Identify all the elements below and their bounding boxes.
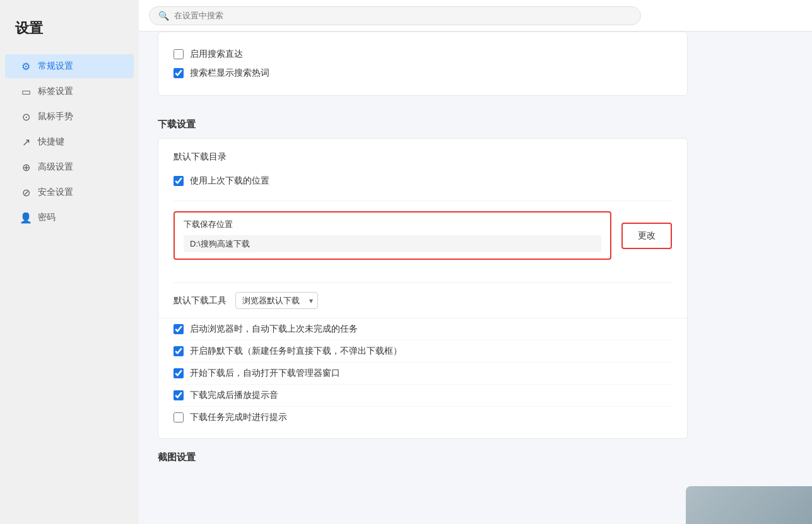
play-sound-label: 下载完成后播放提示音 <box>190 390 278 401</box>
shortcut-icon: ↗ <box>20 136 32 148</box>
search-bar[interactable]: 🔍 <box>149 6 641 25</box>
auto-resume-checkbox[interactable] <box>174 324 184 334</box>
tool-section: 默认下载工具 浏览器默认下载 迅雷 IDM <box>158 282 687 318</box>
silent-dl-checkbox[interactable] <box>174 346 184 356</box>
main-content: 🔍 启用搜索直达 搜索栏显示搜索热词 下载设置 默认下载目录 <box>139 0 812 524</box>
path-box: 下载保存位置 <box>174 211 611 260</box>
advanced-icon: ⊕ <box>20 161 32 173</box>
mouse-icon: ⊙ <box>20 111 32 122</box>
bottom-decoration <box>686 486 812 524</box>
download-section-title: 下载设置 <box>158 106 688 138</box>
dir-label: 默认下载目录 <box>174 151 672 163</box>
sidebar-item-label: 高级设置 <box>38 161 73 173</box>
enable-search-label: 启用搜索直达 <box>190 49 243 60</box>
open-manager-label: 开始下载后，自动打开下载管理器窗口 <box>190 368 340 379</box>
notify-done-label: 下载任务完成时进行提示 <box>190 412 287 423</box>
use-last-label: 使用上次下载的位置 <box>190 175 269 187</box>
search-bar-container: 🔍 <box>139 0 812 32</box>
download-card: 默认下载目录 使用上次下载的位置 下载保存位置 更改 <box>158 138 688 439</box>
sidebar-item-mouse[interactable]: ⊙ 鼠标手势 <box>5 105 134 129</box>
notify-done-checkbox[interactable] <box>174 412 184 422</box>
sidebar-item-advanced[interactable]: ⊕ 高级设置 <box>5 155 134 179</box>
sidebar-item-label: 鼠标手势 <box>38 111 73 122</box>
sidebar-item-shortcuts[interactable]: ↗ 快捷键 <box>5 130 134 154</box>
show-hot-checkbox[interactable] <box>174 68 184 78</box>
silent-dl-label: 开启静默下载（新建任务时直接下载，不弹出下载框） <box>190 346 402 357</box>
silent-dl-row: 开启静默下载（新建任务时直接下载，不弹出下载框） <box>174 341 672 363</box>
sidebar-item-tabs[interactable]: ▭ 标签设置 <box>5 79 134 103</box>
notify-done-row: 下载任务完成时进行提示 <box>174 407 672 428</box>
sidebar-item-label: 安全设置 <box>38 187 73 198</box>
tool-select[interactable]: 浏览器默认下载 迅雷 IDM <box>235 292 318 309</box>
path-section: 下载保存位置 更改 <box>174 201 672 270</box>
tool-select-wrap: 浏览器默认下载 迅雷 IDM <box>235 292 318 309</box>
play-sound-row: 下载完成后播放提示音 <box>174 385 672 407</box>
enable-search-row: 启用搜索直达 <box>174 45 672 64</box>
sidebar-item-security[interactable]: ⊘ 安全设置 <box>5 180 134 204</box>
sidebar-item-general[interactable]: ⚙ 常规设置 <box>5 54 134 78</box>
show-hot-row: 搜索栏显示搜索热词 <box>174 64 672 83</box>
download-card-inner: 默认下载目录 使用上次下载的位置 下载保存位置 更改 <box>158 139 687 282</box>
sidebar-item-label: 标签设置 <box>38 86 73 97</box>
change-button[interactable]: 更改 <box>621 223 672 249</box>
sidebar-item-password[interactable]: 👤 密码 <box>5 206 134 230</box>
tabs-icon: ▭ <box>20 86 32 97</box>
auto-resume-row: 启动浏览器时，自动下载上次未完成的任务 <box>174 318 672 341</box>
sidebar: 设置 ⚙ 常规设置 ▭ 标签设置 ⊙ 鼠标手势 ↗ 快捷键 ⊕ 高级设置 ⊘ 安… <box>0 0 139 524</box>
user-icon: 👤 <box>20 212 32 223</box>
sidebar-item-label: 密码 <box>38 212 56 223</box>
path-label: 下载保存位置 <box>184 219 601 230</box>
gear-icon: ⚙ <box>20 61 32 72</box>
sidebar-item-label: 常规设置 <box>38 61 73 72</box>
path-input[interactable] <box>184 235 601 252</box>
tool-row: 默认下载工具 浏览器默认下载 迅雷 IDM <box>174 282 672 318</box>
settings-content: 启用搜索直达 搜索栏显示搜索热词 下载设置 默认下载目录 使用上次下载的位置 <box>139 32 707 490</box>
shield-icon: ⊘ <box>20 187 32 198</box>
page-title: 设置 <box>0 13 139 53</box>
play-sound-checkbox[interactable] <box>174 390 184 400</box>
open-manager-row: 开始下载后，自动打开下载管理器窗口 <box>174 363 672 385</box>
download-checkboxes: 启动浏览器时，自动下载上次未完成的任务 开启静默下载（新建任务时直接下载，不弹出… <box>158 318 687 438</box>
sidebar-item-label: 快捷键 <box>38 136 64 148</box>
enable-search-checkbox[interactable] <box>174 49 184 59</box>
show-hot-label: 搜索栏显示搜索热词 <box>190 67 269 79</box>
screenshot-section-title: 截图设置 <box>158 439 688 471</box>
tool-label: 默认下载工具 <box>174 295 227 306</box>
auto-resume-label: 启动浏览器时，自动下载上次未完成的任务 <box>190 323 358 335</box>
use-last-checkbox[interactable] <box>174 176 184 186</box>
use-last-row: 使用上次下载的位置 <box>174 172 672 190</box>
search-icon: 🔍 <box>158 11 169 21</box>
top-options-card: 启用搜索直达 搜索栏显示搜索热词 <box>158 32 688 96</box>
open-manager-checkbox[interactable] <box>174 368 184 378</box>
search-input[interactable] <box>174 11 632 20</box>
